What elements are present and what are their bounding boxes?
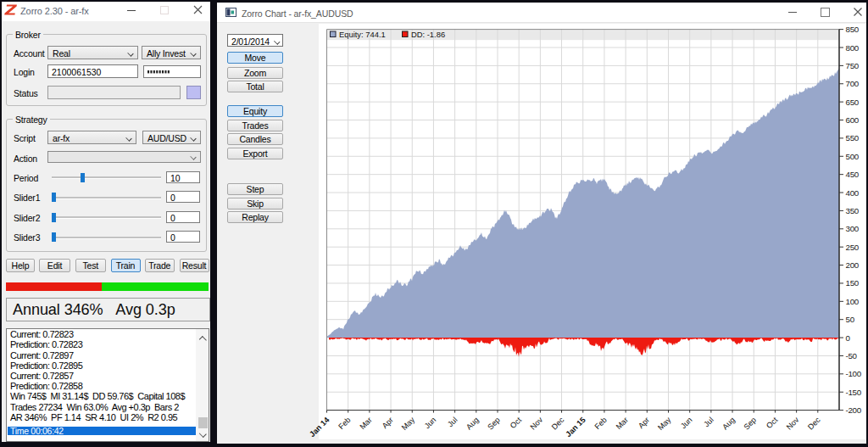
svg-text:650: 650 — [846, 98, 860, 107]
svg-text:550: 550 — [846, 133, 860, 142]
svg-text:-50: -50 — [846, 351, 858, 360]
svg-text:0: 0 — [846, 333, 851, 343]
svg-text:500: 500 — [846, 152, 860, 161]
svg-text:450: 450 — [846, 170, 860, 179]
svg-text:350: 350 — [846, 206, 860, 215]
svg-text:Equity: 744.1: Equity: 744.1 — [339, 30, 386, 39]
svg-text:750: 750 — [846, 61, 860, 70]
svg-text:600: 600 — [846, 115, 860, 125]
svg-text:150: 150 — [846, 278, 860, 288]
svg-text:400: 400 — [846, 188, 860, 198]
svg-text:800: 800 — [846, 43, 860, 53]
svg-text:200: 200 — [846, 260, 860, 270]
svg-text:-200: -200 — [846, 405, 862, 415]
svg-text:300: 300 — [846, 224, 860, 233]
svg-text:-100: -100 — [846, 369, 862, 378]
svg-text:100: 100 — [846, 297, 860, 306]
svg-text:850: 850 — [846, 25, 860, 34]
svg-text:-150: -150 — [846, 388, 862, 397]
svg-text:DD: -1.86: DD: -1.86 — [411, 30, 445, 39]
svg-text:250: 250 — [846, 243, 860, 252]
svg-text:50: 50 — [846, 315, 855, 324]
svg-text:700: 700 — [846, 79, 860, 88]
